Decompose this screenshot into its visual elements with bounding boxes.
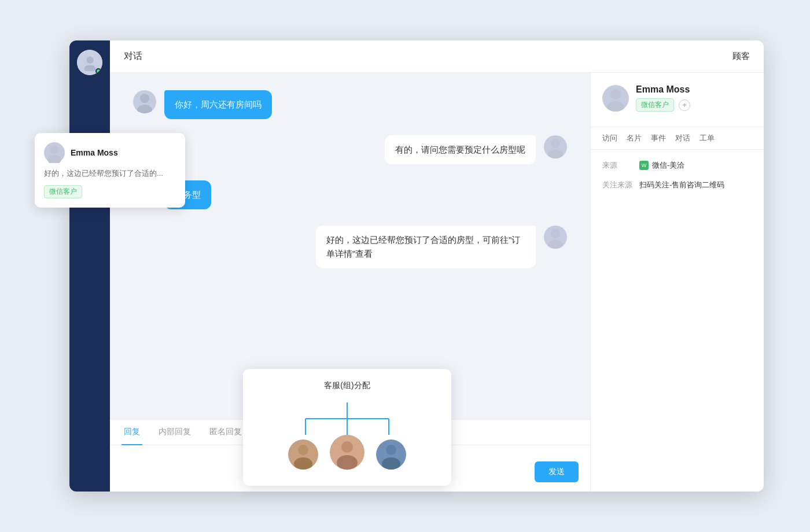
customer-section-title: 顾客 bbox=[732, 51, 750, 62]
notification-avatar bbox=[44, 142, 65, 163]
customer-tags: 微信客户 + bbox=[636, 98, 690, 112]
svg-point-9 bbox=[548, 240, 563, 249]
svg-point-5 bbox=[548, 150, 563, 158]
follow-source-row: 关注来源 扫码关注-售前咨询二维码 bbox=[602, 180, 752, 190]
notification-tag: 微信客户 bbox=[44, 185, 82, 198]
service-card-title: 客服(组)分配 bbox=[257, 380, 437, 391]
agent-avatar bbox=[544, 135, 567, 158]
svg-point-27 bbox=[382, 457, 400, 470]
customer-profile-header: Emma Moss 微信客户 + bbox=[591, 73, 764, 127]
sender-avatar bbox=[133, 90, 156, 113]
add-tag-button[interactable]: + bbox=[679, 99, 690, 111]
message-bubble: 有的，请问您需要预定什么房型呢 bbox=[385, 135, 536, 164]
tab-reply[interactable]: 回复 bbox=[122, 420, 142, 445]
online-indicator bbox=[95, 68, 101, 74]
header: 对话 顾客 bbox=[110, 40, 764, 73]
message-bubble: 你好，周六还有房间吗 bbox=[164, 90, 272, 119]
svg-point-1 bbox=[84, 65, 95, 72]
page-title: 对话 bbox=[124, 50, 142, 62]
svg-point-23 bbox=[341, 441, 353, 453]
customer-name: Emma Moss bbox=[636, 84, 690, 95]
customer-info-body: 来源 W 微信-美洽 关注来源 扫码关注-售前咨询二维码 bbox=[591, 150, 764, 492]
svg-point-11 bbox=[607, 101, 624, 112]
svg-point-4 bbox=[551, 139, 560, 148]
svg-point-8 bbox=[551, 229, 560, 238]
agent-avatar-3 bbox=[376, 439, 406, 470]
svg-point-3 bbox=[137, 105, 152, 113]
source-label: 来源 bbox=[602, 160, 639, 171]
follow-source-value: 扫码关注-售前咨询二维码 bbox=[639, 180, 724, 190]
customer-nav: 访问 名片 事件 对话 工单 bbox=[591, 127, 764, 150]
svg-point-0 bbox=[86, 56, 93, 63]
svg-point-21 bbox=[294, 457, 312, 470]
agent-avatar-1 bbox=[288, 439, 318, 470]
distribution-lines bbox=[284, 402, 411, 435]
chat-messages: 你好，周六还有房间吗 有的，请问您需要预定什么房型呢 bbox=[110, 73, 590, 419]
agent-photo-3 bbox=[376, 439, 406, 470]
notification-card: Emma Moss 好的，这边已经帮您预订了合适的... 微信客户 bbox=[35, 133, 185, 208]
tab-anonymous-reply[interactable]: 匿名回复 bbox=[207, 420, 244, 445]
agent-photo-2 bbox=[330, 435, 365, 470]
svg-point-26 bbox=[386, 445, 396, 455]
source-row: 来源 W 微信-美洽 bbox=[602, 160, 752, 171]
wechat-tag: 微信客户 bbox=[636, 98, 674, 112]
agent-photo-1 bbox=[288, 439, 318, 470]
svg-point-20 bbox=[298, 445, 308, 455]
user-avatar bbox=[77, 50, 102, 75]
customer-profile: Emma Moss 微信客户 + bbox=[602, 84, 752, 112]
svg-point-10 bbox=[610, 89, 621, 99]
notification-preview: 好的，这边已经帮您预订了合适的... bbox=[44, 168, 176, 179]
message-row: 商务型 bbox=[133, 180, 567, 209]
svg-point-24 bbox=[337, 455, 358, 470]
agent-avatar-2 bbox=[330, 435, 365, 470]
svg-point-13 bbox=[47, 155, 61, 163]
message-row: 好的，这边已经帮您预订了合适的房型，可前往"订单详情"查看 bbox=[133, 226, 567, 268]
svg-point-2 bbox=[140, 94, 149, 103]
nav-item-event[interactable]: 事件 bbox=[646, 127, 671, 149]
notification-header: Emma Moss bbox=[44, 142, 176, 163]
follow-source-label: 关注来源 bbox=[602, 180, 639, 190]
nav-item-visit[interactable]: 访问 bbox=[598, 127, 622, 149]
service-agents bbox=[257, 435, 437, 470]
send-button[interactable]: 发送 bbox=[535, 461, 579, 482]
message-row: 有的，请问您需要预定什么房型呢 bbox=[133, 135, 567, 164]
wechat-icon: W bbox=[639, 161, 649, 170]
agent-avatar bbox=[544, 226, 567, 249]
message-row: 你好，周六还有房间吗 bbox=[133, 90, 567, 119]
svg-point-12 bbox=[50, 146, 58, 154]
nav-item-ticket[interactable]: 工单 bbox=[695, 127, 719, 149]
notification-name: Emma Moss bbox=[71, 148, 118, 157]
tab-internal-reply[interactable]: 内部回复 bbox=[156, 420, 193, 445]
sidebar bbox=[69, 40, 110, 492]
message-bubble: 好的，这边已经帮您预订了合适的房型，可前往"订单详情"查看 bbox=[316, 226, 536, 268]
distribution-diagram bbox=[257, 402, 437, 470]
right-panel: Emma Moss 微信客户 + 访问 名片 事件 对话 bbox=[590, 73, 764, 492]
nav-item-card[interactable]: 名片 bbox=[622, 127, 646, 149]
nav-item-dialogue[interactable]: 对话 bbox=[671, 127, 695, 149]
source-value: W 微信-美洽 bbox=[639, 160, 684, 171]
customer-avatar bbox=[602, 85, 629, 112]
service-card: 客服(组)分配 bbox=[243, 369, 451, 486]
